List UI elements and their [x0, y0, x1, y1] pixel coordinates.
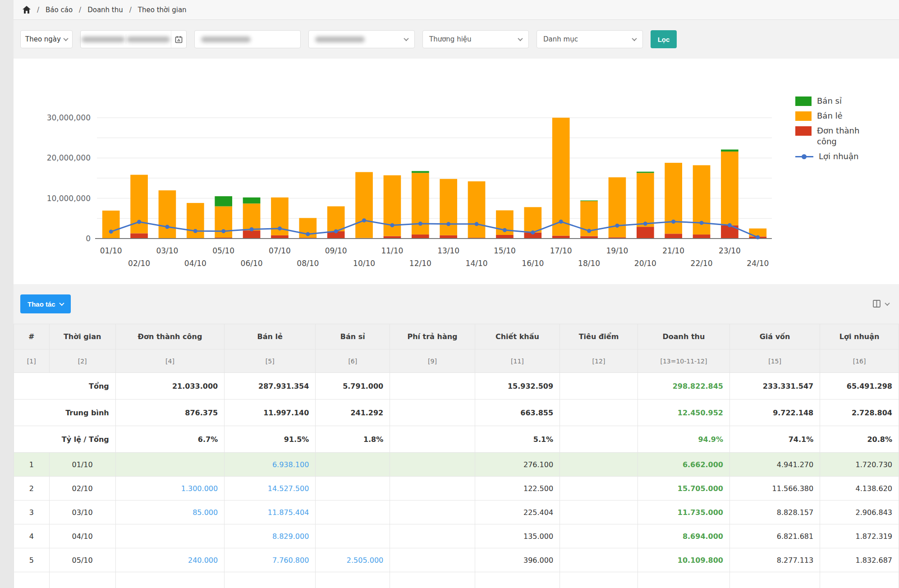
breadcrumb-item-doanh-thu[interactable]: Doanh thu [87, 6, 123, 14]
period-select[interactable]: Theo ngày [20, 30, 73, 48]
svg-text:0: 0 [86, 234, 91, 243]
redacted-text [315, 37, 365, 42]
legend-item-loi-nhuan[interactable]: Lợi nhuận [795, 151, 894, 162]
filter-button[interactable]: Lọc [651, 30, 677, 48]
table-row[interactable]: 303/1085.00011.875.404225.40411.735.0008… [14, 501, 899, 524]
col-header-4[interactable]: Bán sỉ [316, 324, 390, 349]
columns-icon [873, 300, 882, 308]
brand-select-placeholder: Thương hiệu [429, 35, 472, 43]
brand-select[interactable]: Thương hiệu [422, 30, 529, 48]
row-cell[interactable]: 7.760.800 [225, 548, 316, 572]
row-index: 2 [14, 477, 50, 501]
svg-text:07/10: 07/10 [269, 246, 291, 255]
redacted-date-from [82, 37, 125, 42]
col-header-8[interactable]: Doanh thu [638, 324, 729, 349]
svg-text:04/10: 04/10 [184, 259, 206, 268]
period-select-value: Theo ngày [25, 35, 61, 43]
row-cell: 4.941.270 [730, 453, 820, 477]
svg-text:11/10: 11/10 [381, 246, 403, 255]
row-cell [316, 477, 390, 501]
summary-cell [560, 426, 638, 453]
row-cell: 122.500 [475, 477, 560, 501]
row-cell[interactable]: 14.527.500 [225, 477, 316, 501]
row-cell[interactable]: 1.300.000 [115, 477, 224, 501]
legend-swatch-green [795, 96, 812, 106]
row-cell: 225.404 [475, 501, 560, 524]
breadcrumb: / Báo cáo / Doanh thu / Theo thời gian [14, 0, 899, 20]
svg-text:17/10: 17/10 [550, 246, 572, 255]
summary-cell: 9.722.148 [730, 400, 820, 426]
summary-cell [390, 373, 475, 400]
summary-cell: 298.822.845 [638, 373, 729, 400]
row-cell: 1.720.730 [820, 453, 899, 477]
col-header-10[interactable]: Lợi nhuận [820, 324, 899, 349]
svg-text:05/10: 05/10 [212, 246, 234, 255]
row-cell[interactable]: 85.000 [115, 501, 224, 524]
col-header-7[interactable]: Tiêu điểm [560, 324, 638, 349]
home-icon[interactable] [23, 6, 31, 14]
row-index: 3 [14, 501, 50, 524]
col-index-6: [11] [475, 349, 560, 373]
actions-dropdown-button[interactable]: Thao tác [20, 294, 71, 313]
summary-cell: 74.1% [730, 426, 820, 453]
row-cell [316, 524, 390, 548]
row-cell: 15.705.000 [638, 477, 729, 501]
col-header-9[interactable]: Giá vốn [730, 324, 820, 349]
col-header-1[interactable]: Thời gian [49, 324, 115, 349]
chevron-down-icon [404, 36, 408, 41]
row-cell: 11.735.000 [638, 501, 729, 524]
row-cell [316, 501, 390, 524]
col-index-0: [1] [14, 349, 50, 373]
breadcrumb-item-bao-cao[interactable]: Báo cáo [46, 6, 73, 14]
table-row[interactable]: 404/108.829.000135.0008.694.0006.821.681… [14, 524, 899, 548]
row-cell[interactable]: 11.875.404 [225, 501, 316, 524]
column-visibility-button[interactable] [873, 300, 889, 308]
row-cell[interactable]: 240.000 [115, 548, 224, 572]
row-cell[interactable]: 6.938.100 [225, 453, 316, 477]
col-header-5[interactable]: Phí trả hàng [390, 324, 475, 349]
summary-cell [560, 400, 638, 426]
legend-item-ban-le[interactable]: Bán lẻ [795, 110, 894, 121]
col-header-6[interactable]: Chiết khấu [475, 324, 560, 349]
legend-item-ban-si[interactable]: Bán sỉ [795, 96, 894, 106]
col-header-3[interactable]: Bán lẻ [225, 324, 316, 349]
col-header-0[interactable]: # [14, 324, 50, 349]
summary-label: Trung bình [14, 400, 116, 426]
summary-cell: 20.8% [820, 426, 899, 453]
date-range-input[interactable] [80, 30, 187, 48]
col-index-10: [16] [820, 349, 899, 373]
row-cell: 135.000 [475, 524, 560, 548]
summary-row-1: Trung bình876.37511.997.140241.292663.85… [14, 400, 899, 426]
table-row[interactable]: 101/106.938.100276.1006.662.0004.941.270… [14, 453, 899, 477]
row-cell: 6.821.681 [730, 524, 820, 548]
chart-legend: Bán sỉ Bán lẻ Đơn thành công Lợi nhuận [795, 65, 894, 284]
table-row[interactable]: 505/10240.0007.760.8002.505.000396.00010… [14, 548, 899, 572]
legend-swatch-red [795, 126, 812, 136]
calendar-icon[interactable] [171, 31, 186, 48]
category-select[interactable]: Danh mục [537, 30, 643, 48]
row-cell: 8.828.157 [730, 501, 820, 524]
filter-select-1[interactable] [308, 30, 415, 48]
row-cell: 1.872.319 [820, 524, 899, 548]
svg-text:30,000,000: 30,000,000 [47, 113, 91, 122]
row-date: 04/10 [49, 524, 115, 548]
svg-text:23/10: 23/10 [719, 246, 741, 255]
row-cell [560, 477, 638, 501]
row-cell: 8.694.000 [638, 524, 729, 548]
row-cell[interactable]: 8.829.000 [225, 524, 316, 548]
row-cell [115, 453, 224, 477]
legend-item-don-thanh-cong[interactable]: Đơn thành công [795, 125, 894, 147]
breadcrumb-separator: / [79, 6, 81, 14]
col-header-2[interactable]: Đơn thành công [115, 324, 224, 349]
row-cell[interactable]: 2.505.000 [316, 548, 390, 572]
row-cell: 11.566.380 [730, 477, 820, 501]
summary-cell [390, 400, 475, 426]
table-actions-row: Thao tác [14, 284, 899, 324]
search-input[interactable] [194, 30, 301, 48]
svg-text:09/10: 09/10 [325, 246, 347, 255]
table-row[interactable]: 202/101.300.00014.527.500122.50015.705.0… [14, 477, 899, 501]
breadcrumb-item-theo-thoi-gian[interactable]: Theo thời gian [138, 6, 187, 14]
col-index-8: [13=10-11-12] [638, 349, 729, 373]
summary-cell: 15.932.509 [475, 373, 560, 400]
summary-cell: 663.855 [475, 400, 560, 426]
